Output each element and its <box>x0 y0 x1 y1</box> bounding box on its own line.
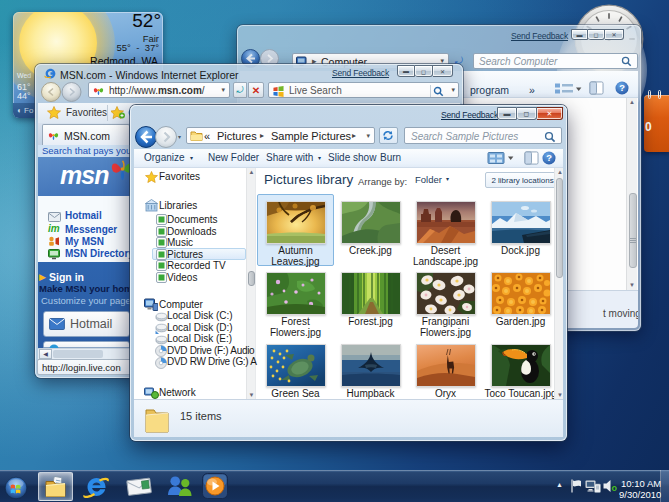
svg-text:?: ? <box>619 83 625 93</box>
svg-text:?: ? <box>546 153 552 163</box>
svg-text:o: o <box>612 483 618 493</box>
